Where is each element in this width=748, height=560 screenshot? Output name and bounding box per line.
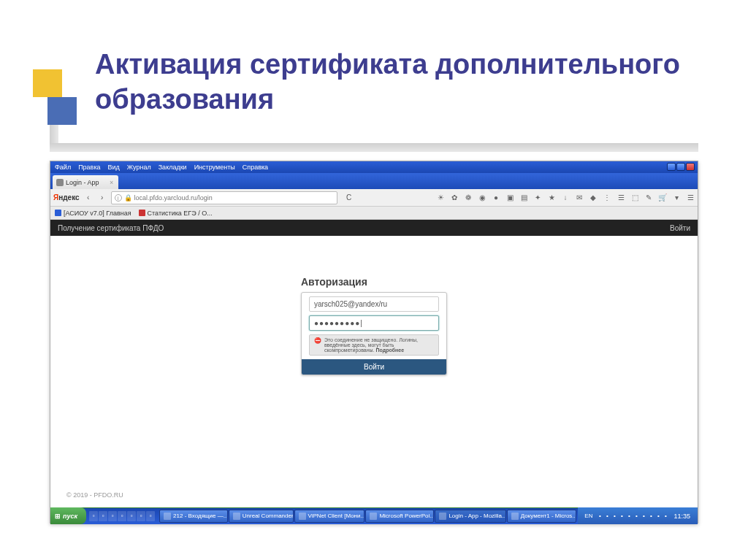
- tray-icon[interactable]: •: [618, 513, 625, 520]
- tab-close-icon[interactable]: ×: [110, 180, 115, 185]
- start-button[interactable]: ⊞ пуск: [50, 507, 86, 524]
- page-header-title: Получение сертификата ПФДО: [58, 224, 164, 232]
- password-field[interactable]: [309, 315, 439, 331]
- bookmark-item[interactable]: [АСИОУ v7.0] Главная: [55, 210, 131, 217]
- windows-taskbar: ⊞ пуск ▫▫▫▫▫▫▫ 212 - Входящие —...Unreal…: [50, 507, 698, 524]
- toolbar-extension-icon[interactable]: ✿: [450, 193, 459, 202]
- toolbar-extension-icon[interactable]: ☰: [686, 193, 695, 202]
- email-field[interactable]: [309, 296, 439, 312]
- tray-icon[interactable]: •: [596, 513, 603, 520]
- toolbar-extension-icon[interactable]: ▾: [672, 193, 681, 202]
- address-bar[interactable]: i 🔒 local.pfdo.yarcloud.ru/login: [111, 191, 337, 204]
- warning-text: Это соединение не защищено. Логины, введ…: [324, 337, 434, 353]
- quicklaunch-icon[interactable]: ▫: [118, 511, 126, 521]
- toolbar-extension-icon[interactable]: ◆: [589, 193, 598, 202]
- window-controls: [667, 163, 695, 171]
- task-label: Login - App - Mozilla...: [449, 513, 505, 519]
- close-button[interactable]: [686, 163, 695, 171]
- menu-view[interactable]: Вид: [108, 164, 120, 171]
- toolbar-extension-icon[interactable]: ▤: [519, 193, 528, 202]
- task-label: Документ1 - Micros...: [521, 513, 577, 519]
- task-app-icon: [370, 513, 377, 520]
- taskbar-task[interactable]: Документ1 - Micros...: [507, 510, 577, 523]
- bookmark-label: [АСИОУ v7.0] Главная: [64, 210, 131, 217]
- quicklaunch-icon[interactable]: ▫: [146, 511, 155, 521]
- language-indicator[interactable]: EN: [582, 513, 595, 519]
- bookmark-label: Статистика ЕГЭ / О...: [148, 210, 213, 217]
- taskbar-task[interactable]: ViPNet Client [Мони...: [294, 510, 365, 523]
- taskbar-task[interactable]: Login - App - Mozilla...: [435, 510, 505, 523]
- quick-launch: ▫▫▫▫▫▫▫: [86, 511, 158, 521]
- taskbar-task[interactable]: 212 - Входящие —...: [159, 510, 228, 523]
- auth-box: Авторизация ⛔ Это соединение не защищено…: [301, 276, 447, 375]
- security-warning: ⛔ Это соединение не защищено. Логины, вв…: [309, 334, 439, 356]
- quicklaunch-icon[interactable]: ▫: [108, 511, 117, 521]
- task-label: Unreal Commander: [243, 513, 294, 519]
- windows-logo-icon: ⊞: [55, 513, 61, 520]
- tray-icon[interactable]: •: [640, 513, 647, 520]
- task-app-icon: [299, 513, 306, 520]
- taskbar-task[interactable]: Microsoft PowerPoi...: [365, 510, 434, 523]
- bookmarks-bar: [АСИОУ v7.0] Главная Статистика ЕГЭ / О.…: [50, 207, 698, 220]
- tray-icon[interactable]: •: [662, 513, 669, 520]
- toolbar-extension-icon[interactable]: ⬚: [630, 193, 639, 202]
- auth-title: Авторизация: [301, 276, 447, 288]
- quicklaunch-icon[interactable]: ▫: [127, 511, 136, 521]
- quicklaunch-icon[interactable]: ▫: [99, 511, 107, 521]
- tray-icon[interactable]: •: [625, 513, 633, 520]
- toolbar-extensions: ☀✿❁◉●▣▤✦★↓✉◆⋮☰⬚✎🛒▾☰: [436, 193, 695, 202]
- forward-button[interactable]: ›: [97, 193, 107, 203]
- toolbar-extension-icon[interactable]: ✉: [575, 193, 584, 202]
- quicklaunch-icon[interactable]: ▫: [89, 511, 98, 521]
- tray-icon[interactable]: •: [603, 513, 611, 520]
- menu-file[interactable]: Файл: [55, 164, 71, 171]
- firefox-menubar: Файл Правка Вид Журнал Закладки Инструме…: [50, 161, 698, 173]
- start-label: пуск: [63, 513, 77, 520]
- bookmark-item[interactable]: Статистика ЕГЭ / О...: [139, 210, 213, 217]
- menu-help[interactable]: Справка: [243, 164, 268, 171]
- menu-bookmarks[interactable]: Закладки: [159, 164, 187, 171]
- toolbar-extension-icon[interactable]: ☰: [617, 193, 625, 202]
- submit-button[interactable]: Войти: [302, 359, 446, 375]
- toolbar-extension-icon[interactable]: ◉: [478, 193, 486, 202]
- slide-title: Активация сертификата дополнительного об…: [95, 47, 748, 117]
- slide-deco-yellow: [33, 69, 62, 97]
- minimize-button[interactable]: [667, 163, 676, 171]
- toolbar-extension-icon[interactable]: ▣: [505, 193, 514, 202]
- toolbar-extension-icon[interactable]: ↓: [561, 193, 570, 202]
- tray-icon[interactable]: •: [654, 513, 662, 520]
- menu-edit[interactable]: Правка: [78, 164, 100, 171]
- toolbar-extension-icon[interactable]: ⋮: [603, 193, 611, 202]
- tray-icon[interactable]: •: [633, 513, 640, 520]
- maximize-button[interactable]: [676, 163, 685, 171]
- firefox-tabbar: Login - App ×: [50, 173, 698, 189]
- tray-icon[interactable]: •: [647, 513, 654, 520]
- back-button[interactable]: ‹: [83, 193, 94, 203]
- refresh-button[interactable]: С: [344, 193, 354, 203]
- toolbar-extension-icon[interactable]: ●: [492, 193, 500, 202]
- toolbar-extension-icon[interactable]: ❁: [464, 193, 473, 202]
- page-login-link[interactable]: Войти: [670, 224, 690, 232]
- browser-screenshot: Файл Правка Вид Журнал Закладки Инструме…: [50, 161, 698, 523]
- menu-history[interactable]: Журнал: [127, 164, 151, 171]
- site-info-icon[interactable]: i: [115, 194, 122, 202]
- slide-deco-blue: [47, 97, 77, 125]
- toolbar-extension-icon[interactable]: ✎: [644, 193, 653, 202]
- task-label: Microsoft PowerPoi...: [379, 513, 434, 519]
- toolbar-extension-icon[interactable]: 🛒: [658, 193, 667, 202]
- url-text: local.pfdo.yarcloud.ru/login: [134, 194, 213, 202]
- quicklaunch-icon[interactable]: ▫: [137, 511, 145, 521]
- task-app-icon: [233, 513, 240, 520]
- toolbar-extension-icon[interactable]: ☀: [436, 193, 445, 202]
- page-footer: © 2019 - PFDO.RU: [66, 491, 123, 499]
- taskbar-task[interactable]: Unreal Commander: [229, 510, 294, 523]
- tab-title: Login - App: [66, 179, 99, 186]
- system-tray: EN •••••••••• 11:35: [578, 507, 698, 524]
- toolbar-extension-icon[interactable]: ✦: [533, 193, 542, 202]
- lock-icon: 🔒: [124, 194, 132, 202]
- browser-tab[interactable]: Login - App ×: [53, 175, 118, 189]
- menu-tools[interactable]: Инструменты: [194, 164, 235, 171]
- toolbar-extension-icon[interactable]: ★: [547, 193, 556, 202]
- tray-icon[interactable]: •: [611, 513, 618, 520]
- clock[interactable]: 11:35: [671, 513, 693, 520]
